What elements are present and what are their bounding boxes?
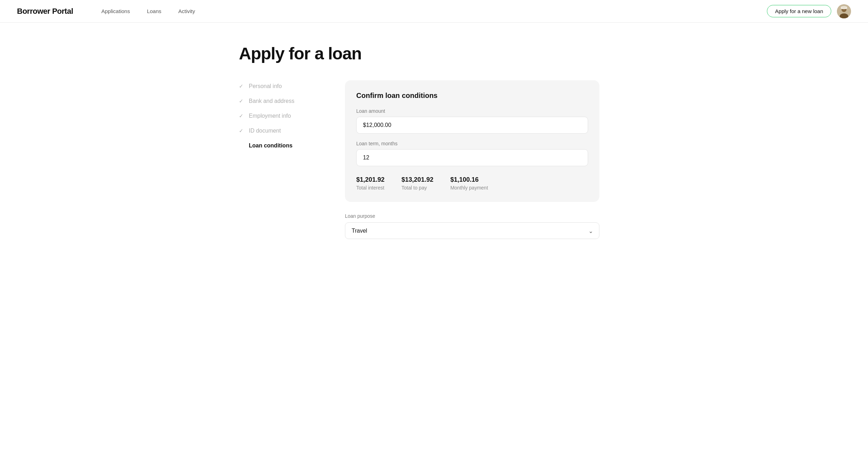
card-title: Confirm loan conditions: [356, 92, 588, 100]
total-interest-label: Total interest: [356, 185, 385, 191]
total-interest-summary: $1,201.92 Total interest: [356, 176, 385, 191]
loan-term-input[interactable]: [356, 149, 588, 166]
nav-right: Apply for a new loan: [767, 4, 851, 18]
navbar: Borrower Portal Applications Loans Activ…: [0, 0, 868, 23]
sidebar-item-bank-address: ✓ Bank and address: [239, 98, 317, 104]
total-to-pay-value: $13,201.92: [401, 176, 433, 184]
main-content: Confirm loan conditions Loan amount Loan…: [345, 80, 599, 239]
total-interest-value: $1,201.92: [356, 176, 385, 184]
user-avatar[interactable]: [837, 4, 851, 18]
brand-logo: Borrower Portal: [17, 7, 73, 16]
loan-amount-label: Loan amount: [356, 108, 588, 114]
sidebar-item-loan-conditions: ✓ Loan conditions: [239, 142, 317, 149]
total-to-pay-summary: $13,201.92 Total to pay: [401, 176, 433, 191]
nav-applications[interactable]: Applications: [101, 8, 130, 14]
sidebar-item-id-document: ✓ ID document: [239, 128, 317, 134]
loan-purpose-label: Loan purpose: [345, 213, 599, 219]
apply-new-loan-button[interactable]: Apply for a new loan: [767, 5, 831, 17]
summary-row: $1,201.92 Total interest $13,201.92 Tota…: [356, 176, 588, 191]
monthly-payment-value: $1,100.16: [450, 176, 488, 184]
sidebar-label-id: ID document: [249, 128, 281, 134]
sidebar-item-employment: ✓ Employment info: [239, 113, 317, 119]
nav-links: Applications Loans Activity: [101, 8, 767, 14]
check-icon-employment: ✓: [239, 113, 245, 119]
sidebar: ✓ Personal info ✓ Bank and address ✓ Emp…: [239, 80, 317, 157]
nav-loans[interactable]: Loans: [147, 8, 162, 14]
svg-rect-6: [843, 6, 845, 9]
loan-term-label: Loan term, months: [356, 141, 588, 146]
loan-purpose-section: Loan purpose Travel Home improvement Med…: [345, 213, 599, 239]
total-to-pay-label: Total to pay: [401, 185, 433, 191]
loan-amount-input[interactable]: [356, 117, 588, 134]
check-icon-bank: ✓: [239, 98, 245, 104]
loan-conditions-card: Confirm loan conditions Loan amount Loan…: [345, 80, 599, 202]
loan-purpose-select[interactable]: Travel Home improvement Medical Educatio…: [345, 222, 599, 239]
page: Apply for a loan ✓ Personal info ✓ Bank …: [222, 23, 646, 260]
nav-activity[interactable]: Activity: [178, 8, 195, 14]
monthly-payment-summary: $1,100.16 Monthly payment: [450, 176, 488, 191]
sidebar-label-personal: Personal info: [249, 83, 282, 89]
check-icon-personal: ✓: [239, 83, 245, 89]
page-title: Apply for a loan: [239, 44, 629, 63]
monthly-payment-label: Monthly payment: [450, 185, 488, 191]
loan-purpose-wrapper: Travel Home improvement Medical Educatio…: [345, 222, 599, 239]
sidebar-item-personal-info: ✓ Personal info: [239, 83, 317, 89]
sidebar-label-employment: Employment info: [249, 113, 291, 119]
sidebar-label-loan: Loan conditions: [249, 142, 293, 149]
sidebar-label-bank: Bank and address: [249, 98, 294, 104]
content-layout: ✓ Personal info ✓ Bank and address ✓ Emp…: [239, 80, 629, 239]
check-icon-id: ✓: [239, 128, 245, 134]
